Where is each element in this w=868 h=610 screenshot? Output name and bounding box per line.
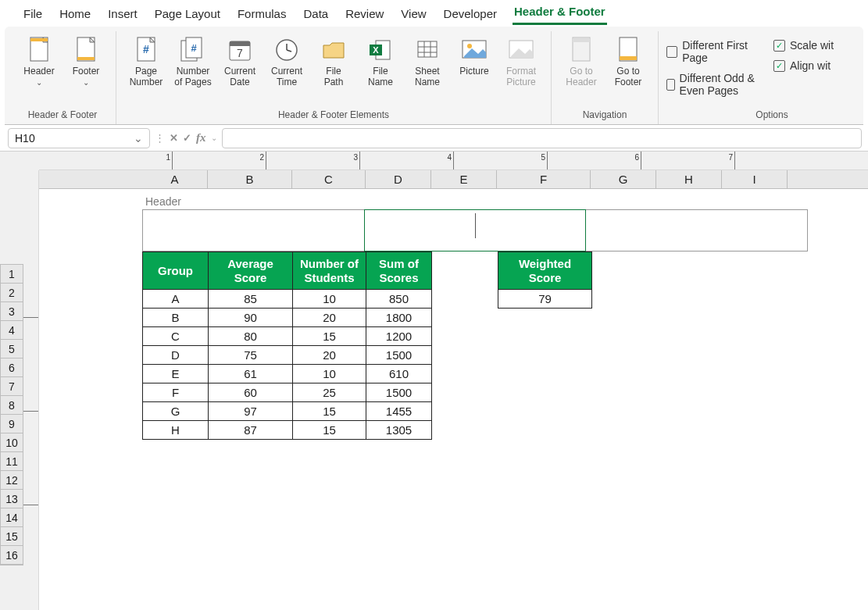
tab-page-layout[interactable]: Page Layout (153, 4, 222, 25)
name-box[interactable]: H10 ⌄ (8, 128, 150, 148)
row-header[interactable]: 12 (1, 471, 23, 490)
column-header[interactable]: C (292, 170, 366, 188)
cell[interactable]: 75 (209, 346, 293, 365)
row-header[interactable]: 5 (1, 340, 23, 359)
row-header[interactable]: 10 (1, 433, 23, 452)
tab-developer[interactable]: Developer (442, 4, 498, 25)
goto-footer-button[interactable]: Go to Footer (606, 33, 650, 107)
cell[interactable]: D (143, 346, 209, 365)
cell[interactable]: 79 (498, 290, 592, 309)
formula-input[interactable] (222, 128, 863, 148)
tab-insert[interactable]: Insert (106, 4, 139, 25)
table-header[interactable]: Average Score (209, 252, 293, 290)
header-right-box[interactable] (586, 210, 807, 251)
cell[interactable]: 15 (293, 421, 366, 440)
header-boxes[interactable] (142, 209, 808, 251)
table-header[interactable]: Sum of Scores (366, 252, 432, 290)
footer-button[interactable]: Footer⌄ (64, 33, 108, 107)
cell[interactable]: 10 (293, 290, 366, 309)
row-header[interactable]: 6 (1, 359, 23, 377)
cell[interactable]: 80 (209, 327, 293, 346)
cell[interactable]: 1305 (366, 421, 432, 440)
cell[interactable]: E (143, 365, 209, 383)
table-row[interactable]: F60251500 (143, 383, 432, 402)
cell[interactable]: 20 (293, 346, 366, 365)
table-header[interactable]: Number of Students (293, 252, 366, 290)
header-center-box[interactable] (364, 209, 587, 251)
cancel-icon[interactable]: ✕ (170, 132, 178, 144)
row-header[interactable]: 16 (1, 546, 23, 565)
table-header[interactable]: Group (143, 252, 209, 290)
file-path-button[interactable]: File Path (312, 33, 355, 107)
tab-file[interactable]: File (22, 4, 44, 25)
column-header[interactable]: E (431, 170, 497, 188)
cell[interactable]: 10 (293, 365, 366, 383)
row-header[interactable]: 14 (1, 508, 23, 527)
cell[interactable]: 1455 (366, 402, 432, 421)
cell[interactable]: 60 (209, 383, 293, 402)
cell[interactable]: 61 (209, 365, 293, 383)
column-header[interactable]: G (591, 170, 656, 188)
fx-icon[interactable]: fx (196, 131, 206, 144)
cell[interactable]: 87 (209, 421, 293, 440)
table-row[interactable]: A8510850 (143, 290, 432, 309)
table-row[interactable]: C80151200 (143, 327, 432, 346)
cell[interactable]: 20 (293, 309, 366, 327)
row-header[interactable]: 9 (1, 415, 23, 433)
row-header[interactable]: 15 (1, 527, 23, 546)
scale-with-doc-checkbox[interactable]: ✓Scale wit (773, 39, 868, 52)
cell[interactable]: A (143, 290, 209, 309)
cell[interactable]: 1500 (366, 346, 432, 365)
page-number-button[interactable]: # Page Number (124, 33, 168, 107)
different-odd-even-checkbox[interactable]: Different Odd & Even Pages (666, 72, 770, 97)
tab-formulas[interactable]: Formulas (236, 4, 288, 25)
table-row[interactable]: H87151305 (143, 421, 432, 440)
file-name-button[interactable]: X File Name (359, 33, 402, 107)
cell[interactable]: 1200 (366, 327, 432, 346)
table-row[interactable]: D75201500 (143, 346, 432, 365)
cell[interactable]: 1500 (366, 383, 432, 402)
number-of-pages-button[interactable]: # Number of Pages (171, 33, 215, 107)
column-header[interactable]: H (656, 170, 722, 188)
table-header[interactable]: Weighted Score (498, 252, 592, 290)
header-button[interactable]: Header⌄ (17, 33, 61, 107)
cell[interactable]: 25 (293, 383, 366, 402)
column-header[interactable]: F (497, 170, 591, 188)
tab-home[interactable]: Home (58, 4, 92, 25)
column-header[interactable]: B (208, 170, 292, 188)
cell[interactable]: 1800 (366, 309, 432, 327)
row-header[interactable]: 11 (1, 452, 23, 471)
weighted-table[interactable]: Weighted Score79 (498, 251, 592, 309)
cell[interactable]: 85 (209, 290, 293, 309)
row-header[interactable]: 13 (1, 490, 23, 508)
column-header[interactable]: D (366, 170, 431, 188)
sheet-name-button[interactable]: Sheet Name (405, 33, 449, 107)
row-header[interactable]: 4 (1, 321, 23, 340)
tab-header-footer[interactable]: Header & Footer (513, 2, 607, 25)
cell[interactable]: 90 (209, 309, 293, 327)
enter-icon[interactable]: ✓ (183, 132, 191, 144)
current-time-button[interactable]: Current Time (265, 33, 309, 107)
cell[interactable]: G (143, 402, 209, 421)
cell[interactable]: F (143, 383, 209, 402)
table-row[interactable]: B90201800 (143, 309, 432, 327)
cell[interactable]: H (143, 421, 209, 440)
cell[interactable]: 97 (209, 402, 293, 421)
cell[interactable]: B (143, 309, 209, 327)
column-header[interactable]: A (142, 170, 208, 188)
cell[interactable]: 610 (366, 365, 432, 383)
table-row[interactable]: E6110610 (143, 365, 432, 383)
cell[interactable]: C (143, 327, 209, 346)
row-header[interactable]: 1 (1, 265, 23, 284)
tab-review[interactable]: Review (344, 4, 385, 25)
data-table[interactable]: GroupAverage ScoreNumber of StudentsSum … (142, 251, 432, 440)
table-row[interactable]: G97151455 (143, 402, 432, 421)
tab-view[interactable]: View (399, 4, 427, 25)
picture-button[interactable]: Picture (452, 33, 496, 107)
current-date-button[interactable]: 7 Current Date (218, 33, 262, 107)
align-with-margins-checkbox[interactable]: ✓Align wit (773, 59, 868, 72)
cell[interactable]: 850 (366, 290, 432, 309)
row-header[interactable]: 7 (1, 377, 23, 396)
row-header[interactable]: 2 (1, 284, 23, 302)
header-left-box[interactable] (143, 210, 364, 251)
